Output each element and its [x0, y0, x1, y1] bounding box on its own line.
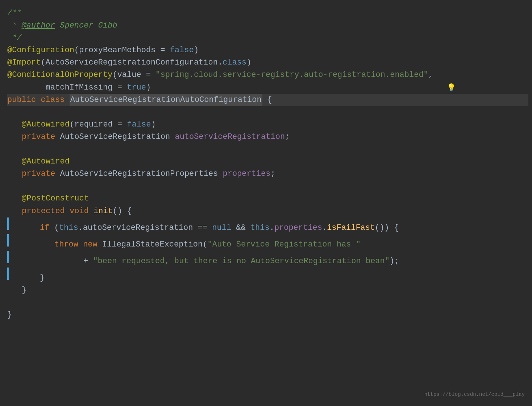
code-text: protected void init() { [7, 205, 132, 218]
code-line-20: + "been requested, but there is no AutoS… [7, 251, 528, 268]
code-line-11: private AutoServiceRegistration autoServ… [7, 131, 528, 143]
code-line-21: } [7, 268, 528, 284]
code-text: @Autowired [7, 156, 70, 168]
code-text: @Autowired(required = false) [7, 119, 156, 131]
code-text: + "been requested, but there is no AutoS… [11, 255, 399, 268]
code-line-6: @ConditionalOnProperty(value = "spring.c… [7, 69, 528, 81]
code-line-5: @Import(AutoServiceRegistrationConfigura… [7, 57, 528, 69]
code-text: if (this.autoServiceRegistration == null… [11, 222, 399, 234]
bar-left4 [7, 268, 9, 280]
code-line-22: } [7, 284, 528, 297]
bar-left3 [7, 251, 9, 263]
code-line-24: } [7, 309, 528, 321]
code-text: private AutoServiceRegistrationPropertie… [7, 168, 275, 180]
code-line-23 [7, 297, 528, 309]
code-text: @Import [7, 57, 41, 69]
code-text: } [7, 284, 26, 297]
code-line-13: @Autowired [7, 156, 528, 168]
code-line-8: public class AutoServiceRegistrationAuto… [7, 94, 528, 106]
code-line-3: */ [7, 32, 528, 44]
code-line-17: protected void init() { [7, 205, 528, 218]
code-line-7: matchIfMissing = true) 💡 [7, 82, 528, 94]
lightbulb-icon: 💡 [447, 82, 456, 94]
code-text: public [7, 94, 36, 106]
code-line-1: /** [7, 7, 528, 20]
code-line-10: @Autowired(required = false) [7, 119, 528, 131]
code-line-12 [7, 143, 528, 156]
code-text: throw new IllegalStateException("Auto Se… [11, 239, 361, 251]
code-line-16: @PostConstruct [7, 192, 528, 205]
bar-left [7, 218, 9, 230]
code-line-4: @Configuration(proxyBeanMethods = false) [7, 44, 528, 57]
bar-left2 [7, 234, 9, 246]
code-line-2: * @author Spencer Gibb [7, 20, 528, 32]
code-text: } [7, 309, 12, 321]
code-line-9 [7, 106, 528, 119]
code-text: matchIfMissing = true) [7, 82, 151, 94]
code-text: * @author Spencer Gibb [7, 20, 117, 32]
code-text: private AutoServiceRegistration autoServ… [7, 131, 290, 143]
code-line-18: if (this.autoServiceRegistration == null… [7, 218, 528, 234]
code-text: @ConditionalOnProperty [7, 69, 112, 81]
code-editor: /** * @author Spencer Gibb */ @Configura… [0, 0, 532, 392]
code-line-14: private AutoServiceRegistrationPropertie… [7, 168, 528, 180]
code-line-19: throw new IllegalStateException("Auto Se… [7, 234, 528, 251]
code-text: } [11, 272, 45, 284]
code-line-15 [7, 180, 528, 192]
code-text: @PostConstruct [7, 192, 89, 205]
code-text: */ [7, 32, 22, 44]
footer-url: https://blog.csdn.net/cold___play [424, 391, 525, 399]
code-text: @Configuration [7, 44, 74, 57]
code-text: /** [7, 7, 22, 20]
